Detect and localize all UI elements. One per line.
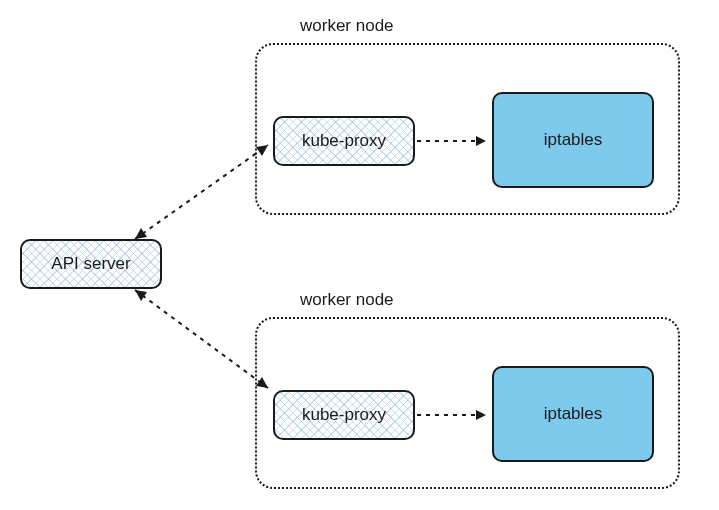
svg-marker-3 — [135, 290, 147, 301]
iptables-label-bottom: iptables — [544, 404, 603, 424]
iptables-box-bottom: iptables — [492, 366, 654, 462]
worker-node-title-top: worker node — [300, 16, 394, 36]
kube-proxy-label-bottom: kube-proxy — [302, 405, 386, 425]
iptables-box-top: iptables — [492, 92, 654, 188]
iptables-label-top: iptables — [544, 130, 603, 150]
worker-node-title-bottom: worker node — [300, 290, 394, 310]
kube-proxy-label-top: kube-proxy — [302, 131, 386, 151]
svg-marker-1 — [135, 228, 147, 239]
api-server-label: API server — [51, 254, 130, 274]
kube-proxy-box-bottom: kube-proxy — [273, 390, 415, 440]
kube-proxy-box-top: kube-proxy — [273, 116, 415, 166]
api-server-box: API server — [20, 239, 162, 289]
